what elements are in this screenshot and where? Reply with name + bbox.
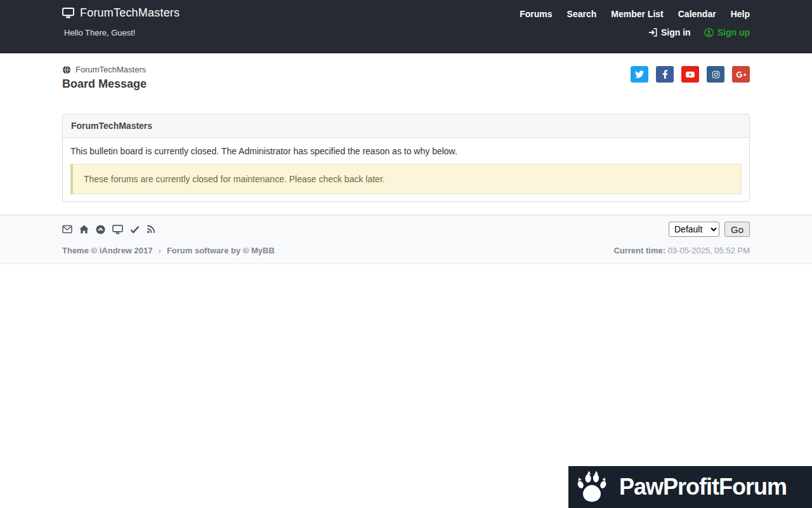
- paw-icon: [575, 470, 609, 504]
- footer: Default Go Theme © iAndrew 2017 › Forum …: [0, 215, 812, 264]
- check-icon[interactable]: [130, 225, 140, 234]
- social-button-twitter[interactable]: [631, 66, 648, 83]
- home-icon[interactable]: [79, 225, 89, 234]
- instagram-icon: [712, 70, 720, 79]
- social-button-instagram[interactable]: [707, 66, 724, 83]
- software-credit[interactable]: Forum software by © MyBB: [167, 246, 275, 255]
- footer-credits: Theme © iAndrew 2017 › Forum software by…: [62, 246, 275, 255]
- chevron-right-icon: ›: [159, 246, 161, 255]
- site-title: ForumTechMasters: [80, 6, 180, 20]
- sign-in-link[interactable]: Sign in: [648, 27, 691, 37]
- nav-item-forums[interactable]: Forums: [520, 9, 552, 19]
- breadcrumb-site-link[interactable]: ForumTechMasters: [75, 65, 146, 74]
- main-nav: Forums Search Member List Calendar Help: [520, 8, 750, 20]
- google-plus-icon: [736, 70, 747, 79]
- breadcrumb-section: ForumTechMasters Board Message: [0, 53, 812, 91]
- youtube-icon: [685, 70, 695, 79]
- nav-item-member-list[interactable]: Member List: [611, 9, 663, 19]
- theme-credit[interactable]: Theme © iAndrew 2017: [62, 246, 153, 255]
- watermark-text: PawProfitForum: [619, 474, 787, 500]
- page-title: Board Message: [62, 77, 147, 91]
- footer-icon-links: [62, 225, 155, 234]
- facebook-icon: [662, 70, 668, 79]
- header-right: Forums Search Member List Calendar Help …: [520, 6, 750, 37]
- sign-in-icon: [648, 28, 657, 37]
- social-buttons: [631, 66, 750, 83]
- nav-item-calendar[interactable]: Calendar: [678, 9, 716, 19]
- globe-icon: [62, 65, 71, 74]
- nav-item-search[interactable]: Search: [567, 9, 597, 19]
- greeting-text: Hello There, Guest!: [64, 28, 180, 37]
- sign-up-link[interactable]: Sign up: [704, 27, 750, 37]
- twitter-icon: [635, 70, 644, 79]
- social-button-facebook[interactable]: [656, 66, 674, 83]
- panel-title: ForumTechMasters: [63, 114, 749, 138]
- breadcrumb: ForumTechMasters: [62, 65, 147, 74]
- rss-icon[interactable]: [147, 225, 155, 234]
- main-content: ForumTechMasters This bulletin board is …: [62, 114, 750, 202]
- social-button-google-plus[interactable]: [732, 66, 750, 83]
- site-logo[interactable]: ForumTechMasters: [62, 6, 180, 20]
- theme-select[interactable]: Default: [669, 222, 719, 237]
- nav-item-help[interactable]: Help: [731, 9, 750, 19]
- board-message-panel: ForumTechMasters This bulletin board is …: [62, 114, 750, 202]
- envelope-icon[interactable]: [62, 225, 72, 234]
- watermark-pawprofitforum: PawProfitForum: [568, 466, 812, 508]
- desktop-icon[interactable]: [112, 225, 123, 234]
- arrow-circle-up-icon[interactable]: [96, 225, 105, 234]
- board-closed-text: This bulletin board is currently closed.…: [70, 146, 742, 156]
- current-time-value: 03-05-2025, 05:52 PM: [668, 246, 750, 255]
- desktop-icon: [62, 8, 74, 18]
- current-time: Current time: 03-05-2025, 05:52 PM: [613, 246, 750, 255]
- header-left: ForumTechMasters Hello There, Guest!: [62, 6, 180, 37]
- maintenance-alert: These forums are currently closed for ma…: [70, 164, 742, 194]
- social-button-youtube[interactable]: [681, 66, 699, 83]
- top-bar: ForumTechMasters Hello There, Guest! For…: [0, 0, 812, 53]
- go-button[interactable]: Go: [724, 222, 750, 237]
- user-circle-icon: [704, 28, 714, 37]
